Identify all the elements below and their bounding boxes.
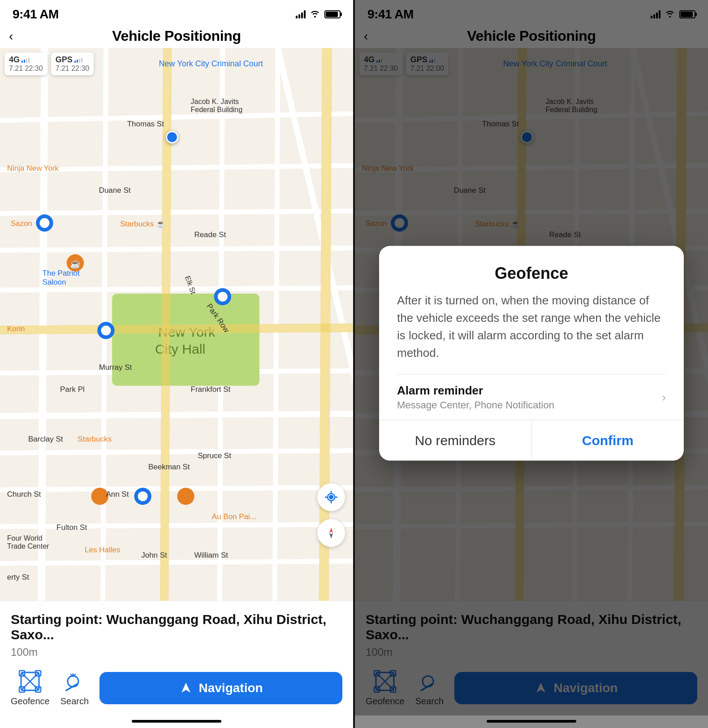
geofence-action-left[interactable]: Geofence xyxy=(11,669,50,706)
search-label-right: Search xyxy=(415,696,444,706)
svg-point-32 xyxy=(218,292,228,302)
navigation-label-left: Navigation xyxy=(199,681,263,695)
signal-icon-right xyxy=(651,10,661,18)
gps-locate-button[interactable] xyxy=(317,483,345,511)
svg-line-25 xyxy=(164,48,168,601)
navigation-button-left[interactable]: Navigation xyxy=(99,672,342,704)
svg-point-43 xyxy=(177,488,194,505)
svg-point-28 xyxy=(39,218,49,228)
page-title-left: Vehicle Positioning xyxy=(112,28,241,44)
wifi-icon-right xyxy=(665,9,675,20)
geofence-dialog: Geofence After it is turned on, when the… xyxy=(379,246,684,461)
gps-box-gps: GPS 7.21 22:30 xyxy=(51,52,94,75)
geofence-icon-right xyxy=(373,669,397,693)
map-area-left[interactable]: New York City Hall 🍴 xyxy=(0,48,353,601)
alarm-chevron-right-icon: › xyxy=(662,390,666,404)
svg-line-8 xyxy=(0,450,353,453)
no-reminders-button[interactable]: No reminders xyxy=(379,420,532,461)
status-bar-right: 9:41 AM xyxy=(355,0,708,24)
page-title-right: Vehicle Positioning xyxy=(467,28,596,44)
gps-boxes-left: 4G 7.21 22:30 GPS xyxy=(4,52,94,75)
svg-line-3 xyxy=(0,247,353,251)
navigation-button-right[interactable]: Navigation xyxy=(454,672,697,704)
back-button-right[interactable]: ‹ xyxy=(364,29,368,43)
search-action-left[interactable]: Search xyxy=(60,669,89,706)
gps-box-4g-right: 4G 7.21 22:30 xyxy=(359,52,402,75)
geofence-label-left: Geofence xyxy=(11,696,50,706)
svg-line-20 xyxy=(278,48,353,416)
svg-line-72 xyxy=(355,524,708,527)
svg-marker-101 xyxy=(536,683,545,693)
dialog-buttons: No reminders Confirm xyxy=(379,420,684,461)
svg-line-13 xyxy=(42,48,45,601)
svg-line-2 xyxy=(0,211,353,214)
svg-line-11 xyxy=(0,561,353,564)
svg-marker-61 xyxy=(181,683,190,693)
svg-line-62 xyxy=(355,113,708,122)
distance-text-right: 100m xyxy=(366,646,697,659)
svg-point-42 xyxy=(91,488,108,505)
compass-button[interactable] xyxy=(317,519,345,547)
svg-line-10 xyxy=(0,524,353,527)
gps-boxes-right: 4G 7.21 22:30 GPS xyxy=(359,52,449,75)
svg-line-7 xyxy=(0,413,353,416)
svg-point-89 xyxy=(394,218,404,228)
svg-line-71 xyxy=(355,487,708,490)
left-phone-panel: 9:41 AM ‹ Vehicle Positioning xyxy=(0,0,353,728)
gps-box-gps-right: GPS 7.21 22:00 xyxy=(406,52,449,75)
alarm-reminder-label: Alarm reminder xyxy=(397,384,554,398)
svg-marker-53 xyxy=(329,533,333,538)
nav-header-right: ‹ Vehicle Positioning xyxy=(355,24,708,48)
svg-point-34 xyxy=(138,491,148,501)
search-icon-right xyxy=(417,669,441,693)
nav-header-left: ‹ Vehicle Positioning xyxy=(0,24,353,48)
starting-point-text-left: Starting point: Wuchanggang Road, Xihu D… xyxy=(11,612,342,642)
battery-icon-right xyxy=(679,10,695,18)
svg-line-64 xyxy=(355,211,708,214)
gps-box-4g: 4G 7.21 22:30 xyxy=(4,52,47,75)
svg-line-0 xyxy=(0,113,353,122)
map-background-left: New York City Hall 🍴 xyxy=(0,48,353,601)
svg-marker-52 xyxy=(329,528,333,533)
dialog-content: Geofence After it is turned on, when the… xyxy=(379,246,684,420)
right-phone-panel: 9:41 AM ‹ Vehicle Positioning xyxy=(355,0,708,728)
status-time-left: 9:41 AM xyxy=(13,7,59,22)
signal-icon-left xyxy=(296,10,306,18)
map-roads-svg-left: New York City Hall 🍴 xyxy=(0,48,353,601)
home-indicator-left xyxy=(132,720,221,723)
svg-line-26 xyxy=(324,48,327,601)
status-icons-left xyxy=(296,9,341,20)
svg-line-9 xyxy=(0,487,353,490)
bottom-actions-left: Geofence Search Navigation xyxy=(11,669,342,706)
svg-line-24 xyxy=(0,327,353,330)
geofence-action-right[interactable]: Geofence xyxy=(366,669,405,706)
search-icon-left xyxy=(62,669,86,693)
confirm-button[interactable]: Confirm xyxy=(532,420,684,461)
back-button-left[interactable]: ‹ xyxy=(9,29,13,43)
bottom-actions-right: Geofence Search Navigation xyxy=(366,669,697,706)
status-bar-left: 9:41 AM xyxy=(0,0,353,24)
navigation-label-right: Navigation xyxy=(553,681,617,695)
svg-text:☕: ☕ xyxy=(70,259,81,269)
bottom-panel-left: Starting point: Wuchanggang Road, Xihu D… xyxy=(0,601,353,715)
geofence-label-right: Geofence xyxy=(366,696,405,706)
dialog-body: After it is turned on, when the moving d… xyxy=(397,292,666,362)
svg-point-30 xyxy=(101,325,111,335)
svg-line-63 xyxy=(355,165,708,171)
dialog-alarm-row[interactable]: Alarm reminder Message Center, Phone Not… xyxy=(397,374,666,420)
wifi-icon-left xyxy=(310,9,320,20)
status-time-right: 9:41 AM xyxy=(367,7,414,22)
dialog-title: Geofence xyxy=(397,264,666,283)
alarm-reminder-sub: Message Center, Phone Notification xyxy=(397,399,554,411)
battery-icon-left xyxy=(324,10,341,18)
search-label-left: Search xyxy=(60,696,89,706)
svg-line-4 xyxy=(0,287,353,290)
bottom-panel-right: Starting point: Wuchanggang Road, Xihu D… xyxy=(355,601,708,715)
svg-rect-21 xyxy=(112,294,259,386)
starting-point-text-right: Starting point: Wuchanggang Road, Xihu D… xyxy=(366,612,697,642)
status-icons-right xyxy=(651,9,695,20)
svg-point-46 xyxy=(329,495,333,499)
svg-line-1 xyxy=(0,165,353,171)
home-indicator-right xyxy=(487,720,576,723)
search-action-right[interactable]: Search xyxy=(415,669,444,706)
